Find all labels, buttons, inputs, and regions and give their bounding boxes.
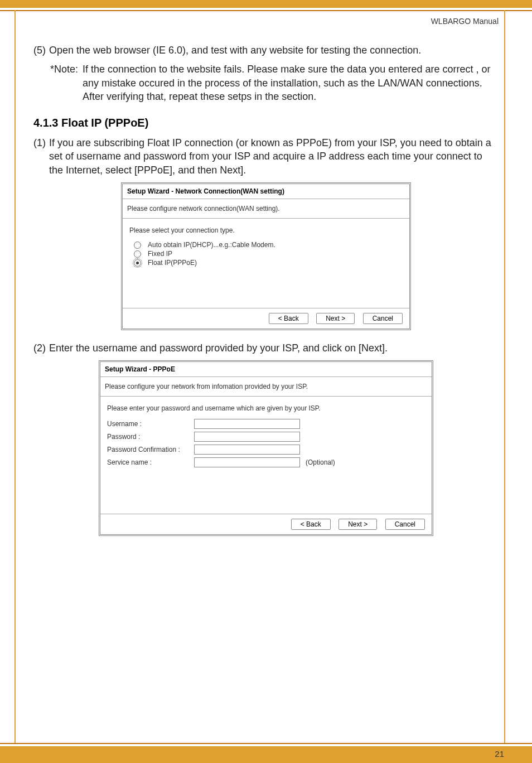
top-accent-bar xyxy=(0,0,532,10)
wizard-dialog-wan: Setup Wizard - Network Connection(WAN se… xyxy=(121,182,411,330)
step-2-num: (2) xyxy=(33,341,46,355)
password-confirm-row: Password Confirmation : xyxy=(107,445,425,455)
radio-label-pppoe: Float IP(PPPoE) xyxy=(148,259,197,267)
note-block: *Note: If the connection to the website … xyxy=(50,62,499,103)
note-text: If the connection to the website fails. … xyxy=(83,62,499,103)
radio-icon xyxy=(134,242,141,249)
cancel-button[interactable]: Cancel xyxy=(363,313,403,324)
dialog1-title: Setup Wizard - Network Connection(WAN se… xyxy=(123,184,409,199)
password-confirm-label: Password Confirmation : xyxy=(107,446,191,453)
doc-title: WLBARGO Manual xyxy=(431,17,499,26)
step-1-text: If you are subscribing Float IP connecti… xyxy=(49,136,499,177)
page-number: 21 xyxy=(495,749,504,759)
back-button[interactable]: < Back xyxy=(291,519,331,530)
note-label: *Note: xyxy=(50,62,78,103)
optional-note: (Optional) xyxy=(306,458,335,466)
dialog2-title: Setup Wizard - PPPoE xyxy=(100,362,432,377)
wizard-dialog-pppoe: Setup Wizard - PPPoE Please configure yo… xyxy=(99,360,433,536)
step-5: (5) Open the web browser (IE 6.0), and t… xyxy=(33,44,499,57)
radio-icon-selected xyxy=(134,259,141,267)
next-button[interactable]: Next > xyxy=(316,313,355,324)
radio-option-dhcp[interactable]: Auto obtain IP(DHCP)...e.g.:Cable Modem. xyxy=(134,241,403,249)
step-2-text: Enter the username and password provided… xyxy=(49,341,499,355)
step-5-text: Open the web browser (IE 6.0), and test … xyxy=(49,44,499,57)
step-5-num: (5) xyxy=(33,44,46,57)
back-button[interactable]: < Back xyxy=(269,313,308,324)
radio-label-fixed: Fixed IP xyxy=(148,250,172,258)
radio-option-fixed[interactable]: Fixed IP xyxy=(134,250,403,258)
service-input[interactable] xyxy=(194,457,300,467)
step-1-num: (1) xyxy=(33,136,46,177)
dialog1-prompt: Please select your connection type. xyxy=(129,226,403,234)
dialog2-subtitle: Please configure your network from infom… xyxy=(100,377,432,397)
password-input[interactable] xyxy=(194,432,300,442)
password-row: Password : xyxy=(107,432,425,442)
dialog2-prompt: Please enter your password and username … xyxy=(107,404,425,412)
next-button[interactable]: Next > xyxy=(338,519,377,530)
step-1: (1) If you are subscribing Float IP conn… xyxy=(33,136,499,177)
section-heading: 4.1.3 Float IP (PPPoE) xyxy=(33,117,499,129)
bottom-accent-bar: 21 xyxy=(0,744,532,763)
radio-label-dhcp: Auto obtain IP(DHCP)...e.g.:Cable Modem. xyxy=(148,241,275,249)
username-row: Username : xyxy=(107,419,425,429)
step-2: (2) Enter the username and password prov… xyxy=(33,341,499,355)
username-input[interactable] xyxy=(194,419,300,429)
right-accent-line xyxy=(504,10,505,744)
left-accent-line xyxy=(14,10,16,744)
radio-icon xyxy=(134,250,141,258)
username-label: Username : xyxy=(107,420,191,428)
dialog1-subtitle: Please configure network connection(WAN … xyxy=(123,199,409,219)
password-label: Password : xyxy=(107,433,191,441)
service-row: Service name : (Optional) xyxy=(107,457,425,467)
password-confirm-input[interactable] xyxy=(194,445,300,455)
radio-option-pppoe[interactable]: Float IP(PPPoE) xyxy=(134,259,403,267)
cancel-button[interactable]: Cancel xyxy=(385,519,425,530)
service-label: Service name : xyxy=(107,458,191,466)
